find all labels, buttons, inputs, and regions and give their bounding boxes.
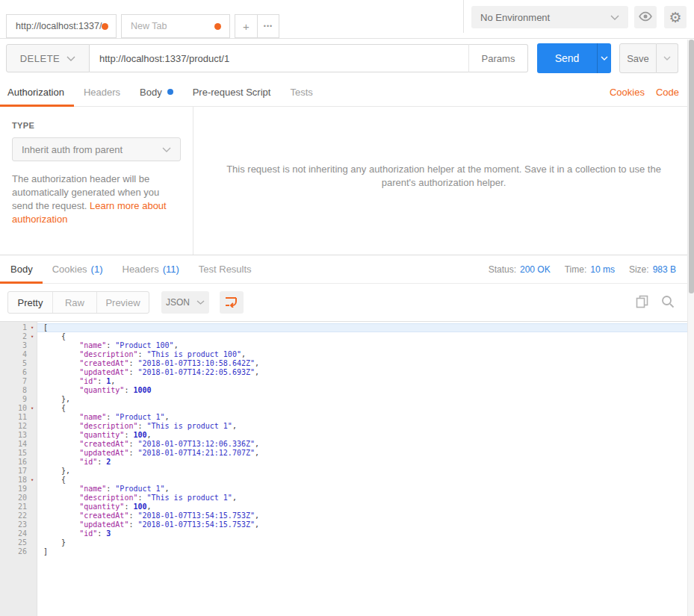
code-line: 3 "name": "Product 100", — [0, 341, 694, 350]
headers-count: (11) — [163, 264, 179, 275]
code-text: }, — [37, 395, 694, 404]
language-select[interactable]: JSON — [161, 291, 209, 314]
search-response-button[interactable] — [660, 294, 676, 311]
wrap-lines-button[interactable] — [220, 291, 244, 314]
authorization-type-column: TYPE Inherit auth from parent The author… — [0, 107, 193, 255]
response-body-editor: 1▾[2▾ {3 "name": "Product 100",4 "descri… — [0, 321, 694, 616]
code-text: "updatedAt": "2018-01-07T14:22:05.693Z", — [37, 368, 694, 377]
status-label: Status: — [489, 264, 516, 275]
scrollbar-thumb[interactable] — [689, 40, 694, 293]
settings-button[interactable]: ⚙ — [664, 6, 687, 28]
request-tab-links: Cookies Code — [610, 87, 679, 98]
more-tabs-button[interactable]: ••• — [257, 15, 279, 37]
response-tab-headers[interactable]: Headers (11) — [113, 255, 189, 283]
chevron-down-icon — [601, 56, 608, 60]
line-number: 18 — [0, 476, 27, 485]
send-options-button[interactable] — [597, 43, 611, 73]
code-text: "updatedAt": "2018-01-07T14:21:12.707Z", — [37, 449, 694, 458]
line-number: 2 — [0, 332, 27, 341]
tab-actions: + ••• — [235, 14, 279, 38]
save-options-button[interactable] — [657, 43, 678, 73]
code-text: "createdAt": "2018-01-07T13:10:58.642Z", — [37, 359, 694, 368]
line-number: 22 — [0, 511, 27, 520]
code-text: "id": 3 — [37, 529, 694, 538]
tab-body-label: Body — [140, 87, 162, 98]
request-tab-localhost[interactable]: http://localhost:1337/ — [6, 14, 117, 38]
environment-quick-look-button[interactable] — [634, 6, 657, 28]
view-pretty-button[interactable]: Pretty — [8, 292, 52, 313]
eye-icon — [638, 11, 653, 24]
gear-icon: ⚙ — [669, 9, 681, 26]
line-number: 8 — [0, 386, 27, 395]
auth-type-select[interactable]: Inherit auth from parent — [12, 137, 181, 161]
tab-body[interactable]: Body — [130, 78, 183, 106]
tab-pre-request-script[interactable]: Pre-request Script — [183, 78, 281, 106]
code-text: "name": "Product 1", — [37, 485, 694, 494]
response-tab-test-results[interactable]: Test Results — [189, 255, 261, 283]
cookies-link[interactable]: Cookies — [610, 87, 645, 98]
chevron-down-icon — [196, 300, 205, 305]
fold-arrow-icon[interactable]: ▾ — [27, 404, 37, 413]
language-select-value: JSON — [166, 297, 190, 308]
fold-arrow-icon[interactable]: ▾ — [27, 323, 37, 332]
fold-spacer — [27, 386, 37, 395]
method-select[interactable]: DELETE — [6, 44, 90, 72]
chevron-down-icon — [663, 56, 671, 60]
response-tabs: Body Cookies (1) Headers (11) Test Resul… — [0, 255, 694, 284]
line-number: 3 — [0, 341, 27, 350]
tab-authorization[interactable]: Authorization — [0, 78, 74, 106]
url-input[interactable]: http://localhost:1337/product/1 — [90, 44, 469, 72]
line-gutter: 18▾ — [0, 476, 37, 485]
save-button[interactable]: Save — [619, 43, 657, 73]
view-preview-button[interactable]: Preview — [96, 292, 149, 313]
search-icon — [661, 295, 675, 311]
type-label: TYPE — [12, 121, 181, 130]
code-text: "quantity": 1000 — [37, 386, 694, 395]
code-line: 7 "id": 1, — [0, 377, 694, 386]
line-number: 13 — [0, 431, 27, 440]
add-tab-button[interactable]: + — [235, 15, 257, 37]
fold-spacer — [27, 520, 37, 529]
line-gutter: 5 — [0, 359, 37, 368]
view-raw-button[interactable]: Raw — [52, 292, 96, 313]
line-number: 24 — [0, 529, 27, 538]
time-value: 10 ms — [590, 264, 615, 275]
line-gutter: 22 — [0, 511, 37, 520]
code-text: "name": "Product 100", — [37, 341, 694, 350]
code-lines: 1▾[2▾ {3 "name": "Product 100",4 "descri… — [0, 323, 694, 556]
code-line: 26] — [0, 547, 694, 556]
tab-headers[interactable]: Headers — [74, 78, 130, 106]
params-button[interactable]: Params — [468, 44, 528, 72]
url-input-value: http://localhost:1337/product/1 — [99, 53, 229, 64]
line-gutter: 13 — [0, 431, 37, 440]
code-text: "updatedAt": "2018-01-07T13:54:15.753Z", — [37, 520, 694, 529]
copy-response-button[interactable] — [633, 294, 650, 311]
line-number: 12 — [0, 422, 27, 431]
line-number: 6 — [0, 368, 27, 377]
response-tab-cookies[interactable]: Cookies (1) — [43, 255, 113, 283]
fold-spacer — [27, 368, 37, 377]
request-tab-new[interactable]: New Tab — [121, 14, 230, 38]
response-tools — [633, 294, 676, 311]
auth-helper-message: This request is not inheriting any autho… — [220, 163, 668, 190]
code-text: } — [37, 538, 694, 547]
status-pair: Status: 200 OK — [489, 264, 551, 275]
code-line: 2▾ { — [0, 332, 694, 341]
chevron-down-icon — [66, 56, 75, 61]
code-text: "quantity": 100, — [37, 503, 694, 511]
line-gutter: 4 — [0, 350, 37, 359]
code-line: 20 "description": "This is product 1", — [0, 494, 694, 503]
code-link[interactable]: Code — [656, 87, 679, 98]
line-gutter: 23 — [0, 520, 37, 529]
fold-spacer — [27, 547, 37, 556]
fold-spacer — [27, 422, 37, 431]
fold-arrow-icon[interactable]: ▾ — [27, 476, 37, 485]
tab-tests[interactable]: Tests — [280, 78, 322, 106]
fold-arrow-icon[interactable]: ▾ — [27, 332, 37, 341]
size-value: 983 B — [653, 264, 676, 275]
line-number: 26 — [0, 547, 27, 556]
request-editor-tabs: Authorization Headers Body Pre-request S… — [0, 78, 694, 107]
response-tab-body[interactable]: Body — [0, 255, 43, 283]
send-button[interactable]: Send — [537, 43, 597, 73]
environment-select[interactable]: No Environment — [471, 6, 628, 28]
